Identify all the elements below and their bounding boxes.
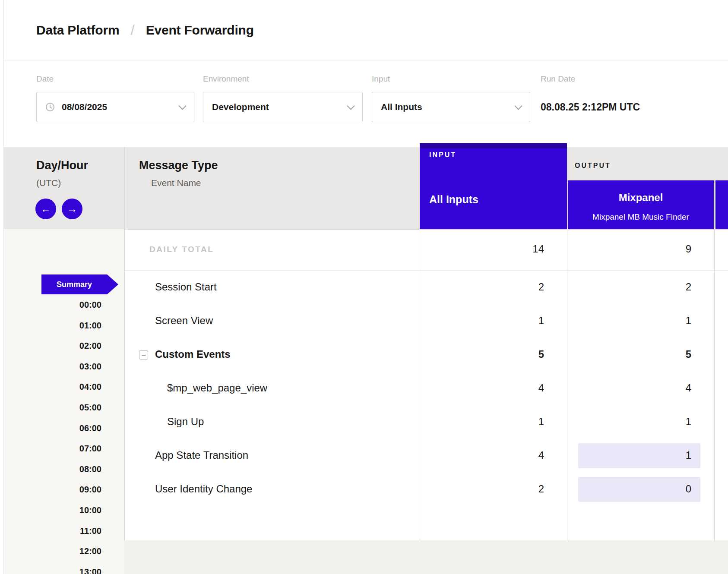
arrow-right-icon: → — [67, 204, 77, 214]
breadcrumb-section[interactable]: Data Platform — [36, 23, 119, 38]
event-row-output-value: 0 — [567, 483, 691, 495]
date-filter-dropdown[interactable]: 08/08/2025 — [36, 92, 194, 122]
breadcrumb: Data Platform / Event Forwarding — [4, 0, 728, 60]
day-hour-subtitle: (UTC) — [36, 178, 61, 188]
hour-row-label[interactable]: 07:00 — [41, 444, 101, 454]
hour-row-label[interactable]: 08:00 — [41, 464, 101, 474]
environment-filter-dropdown[interactable]: Development — [203, 92, 363, 122]
day-hour-header: Day/Hour — [36, 159, 88, 172]
hour-row-label[interactable]: 01:00 — [41, 321, 101, 331]
output-column-header-next-partial[interactable] — [715, 180, 728, 229]
hour-row-label[interactable]: 02:00 — [41, 341, 101, 351]
output-column-title: Mixpanel — [568, 192, 714, 204]
input-filter-dropdown[interactable]: All Inputs — [372, 92, 530, 122]
column-divider — [714, 180, 715, 574]
hour-row-label[interactable]: 13:00 — [41, 567, 101, 574]
summary-badge-arrow — [107, 274, 118, 294]
event-row-name: App State Transition — [155, 449, 248, 461]
event-row-input-value: 2 — [420, 483, 544, 495]
daily-total-input-value: 14 — [420, 243, 544, 255]
event-row-name: Screen View — [155, 315, 213, 327]
table-footer-area — [124, 540, 728, 574]
hour-row-label[interactable]: 04:00 — [41, 382, 101, 392]
output-section-label: OUTPUT — [575, 162, 611, 170]
breadcrumb-separator: / — [130, 22, 134, 38]
minus-glyph — [142, 355, 146, 356]
column-divider — [124, 147, 125, 574]
hour-row-label[interactable]: 11:00 — [41, 526, 101, 536]
clock-icon — [45, 102, 55, 112]
run-date-value: 08.08.25 2:12PM UTC — [541, 101, 640, 113]
event-row-input-value: 2 — [420, 281, 544, 293]
input-filter-value: All Inputs — [381, 102, 422, 112]
run-date-label: Run Date — [541, 74, 575, 84]
output-column-subtitle: Mixpanel MB Music Finder — [568, 212, 714, 222]
event-row-input-value: 5 — [420, 348, 544, 360]
event-row-output-value: 2 — [567, 281, 691, 293]
event-row-output-value: 1 — [567, 416, 691, 428]
previous-day-button[interactable]: ← — [35, 199, 56, 219]
event-row-output-value: 1 — [567, 315, 691, 327]
next-day-button[interactable]: → — [62, 199, 82, 219]
event-row-output-value: 5 — [567, 348, 691, 360]
column-divider — [567, 147, 567, 574]
event-row-input-value: 4 — [420, 449, 544, 461]
event-row-input-value: 1 — [420, 315, 544, 327]
message-type-subtitle: Event Name — [151, 178, 201, 188]
environment-filter-label: Environment — [203, 74, 249, 84]
input-column-header[interactable]: INPUT All Inputs — [420, 143, 567, 229]
input-section-label: INPUT — [429, 151, 456, 159]
arrow-left-icon: ← — [41, 204, 51, 214]
event-row-name: Sign Up — [167, 416, 204, 428]
input-column-selected-stripe — [420, 143, 567, 148]
page-title: Event Forwarding — [146, 23, 254, 38]
event-row-output-value: 1 — [567, 449, 691, 461]
daily-total-label: DAILY TOTAL — [149, 245, 214, 254]
hour-row-label[interactable]: 03:00 — [41, 362, 101, 372]
hour-row-label[interactable]: 12:00 — [41, 546, 101, 556]
summary-label: Summary — [57, 280, 92, 289]
event-row-input-value: 1 — [420, 416, 544, 428]
event-row-output-value: 4 — [567, 382, 691, 394]
daily-total-output-value: 9 — [567, 243, 691, 255]
hour-row-label[interactable]: 10:00 — [41, 505, 101, 515]
environment-filter-value: Development — [212, 102, 269, 112]
daily-total-separator — [124, 271, 728, 271]
collapse-minus-icon[interactable] — [139, 350, 148, 360]
event-row-name: $mp_web_page_view — [167, 382, 267, 394]
chevron-down-icon — [178, 102, 186, 110]
hour-row-label[interactable]: 00:00 — [41, 300, 101, 310]
chevron-down-icon — [347, 102, 355, 110]
event-row-name: Session Start — [155, 281, 217, 293]
event-row-input-value: 4 — [420, 382, 544, 394]
hour-row-label[interactable]: 05:00 — [41, 403, 101, 413]
date-filter-label: Date — [36, 74, 54, 84]
date-filter-value: 08/08/2025 — [62, 102, 107, 112]
output-column-header-mixpanel[interactable]: Mixpanel Mixpanel MB Music Finder — [568, 180, 714, 229]
summary-row-badge[interactable]: Summary — [41, 274, 107, 294]
event-group-name: Custom Events — [155, 348, 231, 360]
hour-row-label[interactable]: 09:00 — [41, 485, 101, 495]
message-type-header: Message Type — [139, 159, 218, 172]
input-filter-label: Input — [372, 74, 390, 84]
chevron-down-icon — [514, 102, 522, 110]
hour-row-label[interactable]: 06:00 — [41, 423, 101, 433]
event-row-name: User Identity Change — [155, 483, 252, 495]
event-forwarding-page: Data Platform / Event Forwarding Date 08… — [0, 0, 728, 574]
input-column-title: All Inputs — [429, 193, 478, 206]
